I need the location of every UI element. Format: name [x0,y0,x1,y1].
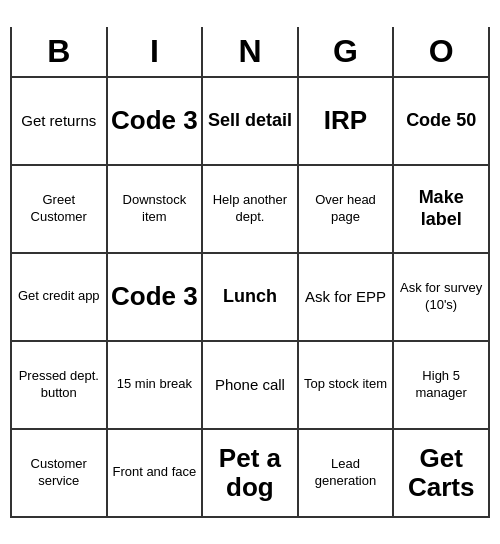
bingo-cell: Over head page [298,165,394,253]
bingo-cell: Top stock item [298,341,394,429]
bingo-row: Customer serviceFront and facePet a dogL… [11,429,489,517]
bingo-cell: Code 50 [393,77,489,165]
bingo-cell: Get credit app [11,253,107,341]
bingo-card: BINGO Get returnsCode 3Sell detailIRPCod… [10,27,490,518]
bingo-cell: Customer service [11,429,107,517]
bingo-cell: Ask for survey (10's) [393,253,489,341]
bingo-cell: Get returns [11,77,107,165]
bingo-cell: IRP [298,77,394,165]
bingo-row: Get returnsCode 3Sell detailIRPCode 50 [11,77,489,165]
bingo-cell: Greet Customer [11,165,107,253]
bingo-cell: Help another dept. [202,165,298,253]
bingo-row: Greet CustomerDownstock itemHelp another… [11,165,489,253]
bingo-cell: Downstock item [107,165,203,253]
bingo-cell: Get Carts [393,429,489,517]
bingo-cell: Sell detail [202,77,298,165]
bingo-cell: Phone call [202,341,298,429]
bingo-cell: Make label [393,165,489,253]
bingo-cell: Code 3 [107,253,203,341]
bingo-cell: Lead generation [298,429,394,517]
bingo-cell: Front and face [107,429,203,517]
bingo-cell: Lunch [202,253,298,341]
bingo-cell: High 5 manager [393,341,489,429]
header-letter: G [298,27,394,77]
header-letter: I [107,27,203,77]
bingo-cell: Pet a dog [202,429,298,517]
header-row: BINGO [11,27,489,77]
header-letter: B [11,27,107,77]
header-letter: O [393,27,489,77]
bingo-cell: Pressed dept. button [11,341,107,429]
bingo-row: Pressed dept. button15 min breakPhone ca… [11,341,489,429]
bingo-cell: Code 3 [107,77,203,165]
bingo-cell: 15 min break [107,341,203,429]
header-letter: N [202,27,298,77]
bingo-row: Get credit appCode 3LunchAsk for EPPAsk … [11,253,489,341]
bingo-cell: Ask for EPP [298,253,394,341]
